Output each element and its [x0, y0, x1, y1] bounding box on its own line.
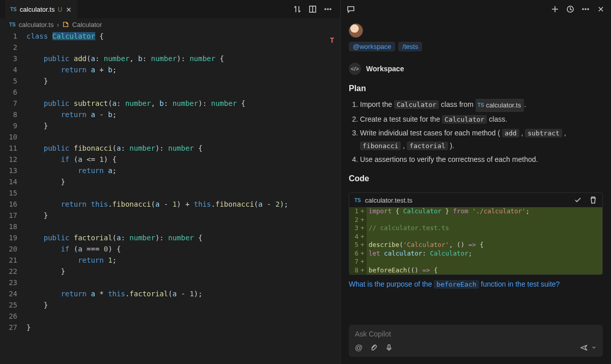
- mention-button[interactable]: @: [355, 343, 363, 352]
- comment-icon[interactable]: [347, 5, 355, 13]
- followup-question[interactable]: What is the purpose of the beforeEach fu…: [349, 275, 603, 292]
- plan-heading: Plan: [349, 84, 603, 93]
- user-avatar: [349, 23, 363, 38]
- code-editor[interactable]: 1234567891011121314151617181920212223242…: [0, 31, 340, 364]
- mention-pill[interactable]: @workspace: [349, 42, 395, 51]
- tabs-row: TS calculator.ts U: [0, 0, 340, 18]
- code-block-filename: calculator.test.ts: [365, 197, 412, 204]
- slash-pill[interactable]: /tests: [398, 42, 422, 51]
- svg-point-3: [330, 9, 331, 10]
- send-icon[interactable]: [580, 344, 588, 352]
- code-heading: Code: [349, 174, 603, 183]
- overview-ruler-marker: T: [330, 35, 335, 40]
- more-icon[interactable]: [581, 5, 590, 13]
- line-numbers: 1234567891011121314151617181920212223242…: [0, 31, 26, 364]
- chat-body: @workspace /tests </> Workspace Plan Imp…: [341, 18, 611, 323]
- ts-icon: TS: [10, 7, 17, 12]
- plan-item: Use assertions to verify the correctness…: [360, 153, 603, 166]
- plus-icon[interactable]: [551, 5, 559, 13]
- close-icon[interactable]: [65, 6, 72, 13]
- breadcrumb-file: calculator.ts: [19, 21, 54, 29]
- code-block: TS calculator.test.ts 1+import { Calcula…: [349, 192, 603, 275]
- split-editor-icon[interactable]: [309, 5, 317, 13]
- svg-point-2: [327, 9, 328, 10]
- code-block-header: TS calculator.test.ts: [349, 193, 602, 207]
- tab-modified-indicator: U: [58, 6, 62, 13]
- code-content[interactable]: class Calculator { public add(a: number,…: [26, 31, 340, 364]
- chat-input-controls: @: [355, 343, 597, 352]
- chat-header: [341, 0, 611, 18]
- history-icon[interactable]: [566, 5, 574, 13]
- chevron-right-icon: ›: [57, 21, 59, 29]
- check-icon[interactable]: [574, 196, 582, 204]
- attach-icon[interactable]: [370, 344, 378, 352]
- class-icon: [62, 21, 69, 28]
- agent-name: Workspace: [366, 65, 404, 73]
- editor-pane: TS calculator.ts U TS calculator.ts › Ca…: [0, 0, 340, 364]
- mic-icon[interactable]: [385, 344, 393, 352]
- svg-point-5: [582, 9, 584, 10]
- plan-item: Create a test suite for the Calculator c…: [360, 113, 603, 126]
- agent-row: </> Workspace: [349, 60, 603, 81]
- tab-filename: calculator.ts: [20, 6, 55, 13]
- ts-icon: TS: [9, 22, 16, 27]
- prompt-pills: @workspace /tests: [349, 41, 603, 60]
- more-icon[interactable]: [324, 5, 332, 13]
- svg-point-1: [325, 9, 326, 10]
- chat-input[interactable]: Ask Copilot @: [349, 325, 603, 357]
- tab-calculator[interactable]: TS calculator.ts U: [5, 0, 77, 18]
- chevron-down-icon[interactable]: [591, 345, 597, 350]
- plan-item: Write individual test cases for each met…: [360, 127, 603, 152]
- plan-list: Import the Calculator class from TScalcu…: [349, 98, 603, 167]
- trash-icon[interactable]: [589, 196, 597, 204]
- user-message-row: [349, 18, 603, 41]
- chat-pane: @workspace /tests </> Workspace Plan Imp…: [340, 0, 611, 364]
- close-icon[interactable]: [597, 5, 605, 13]
- breadcrumb-symbol: Calculator: [72, 21, 102, 29]
- svg-point-6: [585, 9, 586, 10]
- diff-content[interactable]: 1+import { Calculator } from './calculat…: [349, 207, 602, 274]
- editor-actions: [293, 5, 340, 13]
- plan-item: Import the Calculator class from TScalcu…: [360, 98, 603, 112]
- chat-input-placeholder: Ask Copilot: [355, 330, 597, 338]
- svg-rect-8: [388, 345, 390, 349]
- compare-icon[interactable]: [293, 5, 301, 13]
- svg-point-7: [588, 9, 589, 10]
- ts-icon: TS: [354, 198, 361, 203]
- code-icon: </>: [349, 63, 361, 75]
- breadcrumb[interactable]: TS calculator.ts › Calculator: [0, 18, 340, 31]
